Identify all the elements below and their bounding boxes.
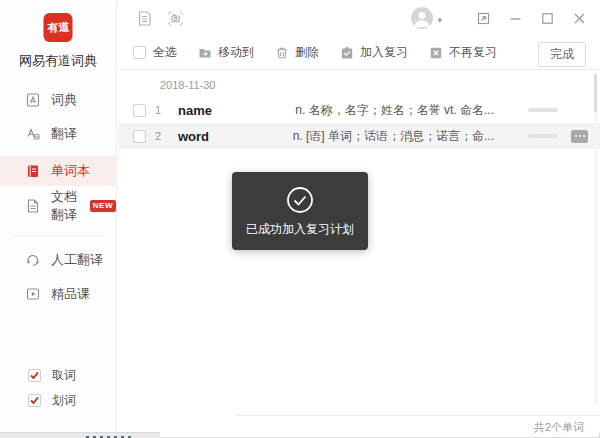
select-all-label: 全选 — [153, 44, 177, 61]
sidebar-item-label: 单词本 — [51, 162, 90, 180]
move-to-button[interactable]: 移动到 — [198, 44, 254, 61]
sidebar: 有道 网易有道词典 词典 翻译 — [0, 0, 117, 433]
chevron-down-icon[interactable]: ▾ — [437, 15, 442, 25]
logo-text: 有道 — [47, 19, 70, 35]
sidebar-item-label: 翻译 — [51, 125, 77, 143]
word-definition: n. 名称，名字；姓名；名誉 vt. 命名... — [295, 102, 494, 119]
batch-toolbar: 全选 移动到 删除 — [118, 36, 600, 70]
row-index: 2 — [155, 130, 165, 142]
more-button[interactable] — [571, 130, 588, 143]
checkbox-checked-icon[interactable] — [28, 394, 41, 407]
human-translate-icon — [25, 252, 41, 268]
minimize-icon[interactable] — [509, 12, 522, 25]
app-title: 网易有道词典 — [0, 52, 116, 70]
checkbox-unchecked-icon[interactable] — [133, 46, 146, 59]
doc-translate-icon — [25, 198, 41, 214]
stop-review-label: 不再复习 — [449, 44, 497, 61]
close-icon[interactable] — [573, 12, 586, 25]
status-bar: 共2个单词 — [236, 415, 600, 433]
add-review-label: 加入复习 — [360, 44, 408, 61]
row-index: 1 — [155, 104, 165, 116]
toggle-label: 划词 — [52, 392, 76, 409]
toast-notification: 已成功加入复习计划 — [232, 172, 368, 250]
word-capture-toggle[interactable]: 取词 — [28, 367, 76, 383]
row-checkbox[interactable] — [133, 130, 146, 143]
sidebar-item-courses[interactable]: 精品课 — [0, 279, 116, 309]
add-review-button[interactable]: 加入复习 — [340, 44, 408, 61]
word-text: word — [178, 129, 209, 144]
mastery-progress-bar — [528, 134, 558, 138]
sidebar-item-wordbook[interactable]: 单词本 — [0, 156, 116, 186]
background-artifact — [0, 432, 160, 438]
mastery-progress-bar — [528, 108, 558, 112]
sidebar-item-label: 词典 — [51, 91, 77, 109]
titlebar-right: ▾ — [411, 7, 586, 29]
folder-move-icon — [198, 46, 212, 60]
scrollbar[interactable] — [594, 74, 597, 404]
word-text: name — [178, 103, 212, 118]
sidebar-item-translate[interactable]: 翻译 — [0, 119, 116, 149]
wordbook-icon — [25, 163, 41, 179]
row-checkbox[interactable] — [133, 104, 146, 117]
titlebar: ▾ — [118, 0, 600, 36]
new-badge: NEW — [90, 200, 116, 212]
popout-icon[interactable] — [477, 12, 490, 25]
note-icon[interactable] — [136, 10, 153, 27]
translate-icon — [25, 126, 41, 142]
stop-review-button[interactable]: 不再复习 — [429, 44, 497, 61]
date-group-header: 2018-11-30 — [118, 70, 600, 97]
delete-button[interactable]: 删除 — [275, 44, 319, 61]
done-button[interactable]: 完成 — [538, 42, 586, 67]
scrollbar-thumb[interactable] — [594, 74, 597, 112]
check-circle-icon — [286, 186, 314, 214]
screenshot-icon[interactable] — [167, 10, 184, 27]
sidebar-item-label: 精品课 — [51, 285, 90, 303]
youdao-logo-icon: 有道 — [44, 13, 73, 42]
course-icon — [25, 286, 41, 302]
checkbox-checked-icon[interactable] — [28, 369, 41, 382]
sidebar-item-dictionary[interactable]: 词典 — [0, 85, 116, 115]
sidebar-item-label: 人工翻译 — [51, 251, 103, 269]
word-row[interactable]: 2 word n. [语] 单词；话语；消息；诺言；命... — [118, 123, 600, 149]
dictionary-icon — [25, 92, 41, 108]
word-row[interactable]: 1 name n. 名称，名字；姓名；名誉 vt. 命名... — [118, 97, 600, 123]
trash-icon — [275, 46, 289, 60]
sidebar-item-label: 文档翻译 — [51, 188, 85, 224]
toast-message: 已成功加入复习计划 — [246, 221, 354, 238]
select-all-button[interactable]: 全选 — [133, 44, 177, 61]
word-definition: n. [语] 单词；话语；消息；诺言；命... — [293, 128, 494, 145]
review-check-icon — [340, 46, 354, 60]
sidebar-divider — [12, 235, 105, 236]
app-window: 有道 网易有道词典 词典 翻译 — [0, 0, 600, 438]
toggle-label: 取词 — [52, 367, 76, 384]
word-select-toggle[interactable]: 划词 — [28, 392, 76, 408]
move-to-label: 移动到 — [218, 44, 254, 61]
review-x-icon — [429, 46, 443, 60]
sidebar-item-human-translate[interactable]: 人工翻译 — [0, 245, 116, 275]
sidebar-item-doc-translate[interactable]: 文档翻译 NEW — [0, 191, 116, 221]
word-count: 共2个单词 — [534, 421, 584, 433]
delete-label: 删除 — [295, 44, 319, 61]
maximize-icon[interactable] — [541, 12, 554, 25]
avatar[interactable] — [411, 7, 433, 29]
